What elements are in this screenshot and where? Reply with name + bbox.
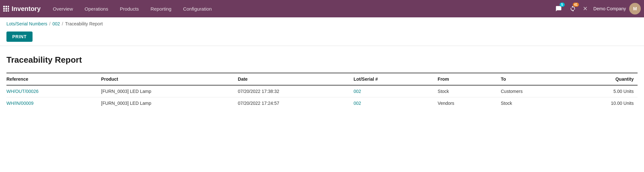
col-header-quantity: Quantity xyxy=(569,73,638,85)
messages-icon-btn[interactable]: 5 xyxy=(553,3,564,14)
activities-icon-btn[interactable]: 41 xyxy=(567,3,578,14)
cell-lot-1: 002 xyxy=(353,85,437,97)
breadcrumb-002[interactable]: 002 xyxy=(53,21,60,26)
lot-link-2[interactable]: 002 xyxy=(353,101,361,106)
toolbar: PRINT xyxy=(0,29,644,46)
svg-rect-6 xyxy=(3,10,5,12)
close-icon[interactable]: ✕ xyxy=(582,4,589,14)
navbar: Inventory Overview Operations Products R… xyxy=(0,0,644,17)
cell-reference-1: WH/OUT/00026 xyxy=(6,85,101,97)
cell-product-2: [FURN_0003] LED Lamp xyxy=(101,97,238,109)
svg-rect-3 xyxy=(3,8,5,10)
cell-quantity-1: 5.00 Units xyxy=(569,85,638,97)
table-row: WH/OUT/00026 [FURN_0003] LED Lamp 07/20/… xyxy=(6,85,638,97)
cell-quantity-2: 10.00 Units xyxy=(569,97,638,109)
col-header-reference: Reference xyxy=(6,73,101,85)
grid-icon[interactable] xyxy=(3,6,9,12)
nav-configuration[interactable]: Configuration xyxy=(177,0,217,17)
svg-rect-2 xyxy=(8,6,9,7)
print-button[interactable]: PRINT xyxy=(6,32,33,42)
cell-date-1: 07/20/2022 17:38:32 xyxy=(238,85,353,97)
lot-link-1[interactable]: 002 xyxy=(353,89,361,94)
navbar-right: 5 41 ✕ Demo Company M xyxy=(553,3,641,14)
cell-from-2: Vendors xyxy=(438,97,501,109)
svg-rect-8 xyxy=(8,10,9,12)
svg-rect-4 xyxy=(5,8,7,10)
company-name: Demo Company xyxy=(593,6,626,11)
col-header-from: From xyxy=(438,73,501,85)
cell-date-2: 07/20/2022 17:24:57 xyxy=(238,97,353,109)
app-title: Inventory xyxy=(12,5,41,13)
breadcrumb-lots[interactable]: Lots/Serial Numbers xyxy=(6,21,47,26)
cell-lot-2: 002 xyxy=(353,97,437,109)
col-header-product: Product xyxy=(101,73,238,85)
cell-product-1: [FURN_0003] LED Lamp xyxy=(101,85,238,97)
nav-reporting[interactable]: Reporting xyxy=(145,0,177,17)
svg-rect-1 xyxy=(5,6,7,7)
user-avatar[interactable]: M xyxy=(629,3,641,14)
breadcrumb-sep-2: / xyxy=(62,21,63,26)
cell-reference-2: WH/IN/00009 xyxy=(6,97,101,109)
navbar-menu: Overview Operations Products Reporting C… xyxy=(47,0,553,17)
table-row: WH/IN/00009 [FURN_0003] LED Lamp 07/20/2… xyxy=(6,97,638,109)
svg-rect-5 xyxy=(8,8,9,10)
cell-from-1: Stock xyxy=(438,85,501,97)
activity-count-badge: 41 xyxy=(573,3,579,7)
breadcrumb: Lots/Serial Numbers / 002 / Traceability… xyxy=(0,17,644,29)
nav-operations[interactable]: Operations xyxy=(79,0,114,17)
breadcrumb-current: Traceability Report xyxy=(65,21,103,26)
breadcrumb-sep-1: / xyxy=(49,21,51,26)
col-header-to: To xyxy=(501,73,569,85)
traceability-table: Reference Product Date Lot/Serial # From… xyxy=(6,73,638,109)
svg-rect-7 xyxy=(5,10,7,12)
reference-link-2[interactable]: WH/IN/00009 xyxy=(6,101,34,106)
main-content: Traceability Report Reference Product Da… xyxy=(0,46,644,115)
table-header-row: Reference Product Date Lot/Serial # From… xyxy=(6,73,638,85)
reference-link-1[interactable]: WH/OUT/00026 xyxy=(6,89,39,94)
cell-to-1: Customers xyxy=(501,85,569,97)
col-header-lot: Lot/Serial # xyxy=(353,73,437,85)
svg-rect-0 xyxy=(3,6,5,7)
nav-overview[interactable]: Overview xyxy=(47,0,79,17)
message-count-badge: 5 xyxy=(560,3,565,7)
col-header-date: Date xyxy=(238,73,353,85)
nav-products[interactable]: Products xyxy=(114,0,145,17)
cell-to-2: Stock xyxy=(501,97,569,109)
report-title: Traceability Report xyxy=(6,55,638,65)
